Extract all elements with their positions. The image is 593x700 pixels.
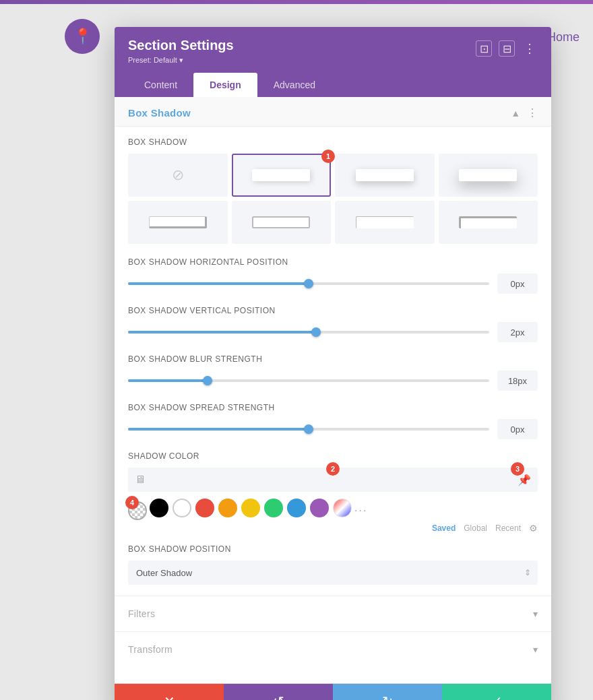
shadow-preset-1[interactable]: 1 bbox=[232, 154, 332, 197]
no-shadow-icon: ⊘ bbox=[172, 166, 184, 184]
box-shadow-section-header: Box Shadow ▲ ⋮ bbox=[115, 97, 551, 127]
top-purple-bar bbox=[0, 0, 593, 4]
slider-blur: Box Shadow Blur Strength 18px bbox=[128, 354, 538, 391]
redo-icon: ↻ bbox=[382, 693, 394, 701]
slider-spread-inner: 0px bbox=[128, 419, 538, 439]
slider-spread-value[interactable]: 0px bbox=[497, 419, 538, 439]
slider-blur-value[interactable]: 18px bbox=[497, 371, 538, 391]
slider-vertical-label: Box Shadow Vertical Position bbox=[128, 306, 538, 315]
shadow-color-label: Shadow Color bbox=[128, 451, 538, 461]
swatch-white[interactable] bbox=[173, 499, 191, 517]
modal-header-top: Section Settings Preset: Default ▾ ⊡ ⊟ ⋮ bbox=[128, 38, 538, 73]
swatch-black[interactable] bbox=[150, 499, 168, 517]
tab-content-label: Content bbox=[144, 79, 177, 90]
shadow-preset-border2[interactable] bbox=[232, 201, 332, 244]
transform-title: Transform bbox=[128, 644, 173, 655]
badge-3: 3 bbox=[511, 462, 524, 476]
box-shadow-title: Box Shadow bbox=[128, 107, 191, 119]
modal-header-icons: ⊡ ⊟ ⋮ bbox=[476, 40, 538, 57]
swatch-eraser[interactable] bbox=[333, 499, 352, 517]
shadow-preset-border4[interactable] bbox=[439, 201, 538, 244]
tab-design[interactable]: Design bbox=[193, 73, 257, 97]
slider-horizontal-thumb[interactable] bbox=[304, 279, 313, 288]
swatch-blue[interactable] bbox=[287, 499, 306, 517]
slider-vertical-track[interactable] bbox=[128, 331, 489, 333]
slider-vertical-value[interactable]: 2px bbox=[497, 322, 538, 342]
save-button[interactable]: ✓ bbox=[442, 684, 551, 700]
filters-section[interactable]: Filters ▾ bbox=[115, 596, 551, 631]
swatch-green[interactable] bbox=[264, 499, 283, 517]
preset-inner-border1 bbox=[149, 216, 207, 228]
color-tab-saved[interactable]: Saved bbox=[432, 523, 456, 533]
shadow-preset-border3[interactable] bbox=[335, 201, 435, 244]
preset-inner-1 bbox=[252, 169, 310, 181]
tab-design-label: Design bbox=[210, 79, 241, 90]
swatch-orange[interactable] bbox=[218, 499, 237, 517]
filters-header: Filters ▾ bbox=[128, 608, 538, 619]
section-more-icon[interactable]: ⋮ bbox=[527, 106, 538, 119]
redo-button[interactable]: ↻ bbox=[333, 684, 442, 700]
tab-content[interactable]: Content bbox=[128, 73, 193, 97]
more-options-icon[interactable]: ⋮ bbox=[522, 40, 538, 57]
transform-chevron-icon: ▾ bbox=[533, 644, 538, 655]
color-input-row[interactable]: 🖥 2 📌 3 bbox=[128, 468, 538, 492]
swatch-more-icon[interactable]: ··· bbox=[354, 505, 367, 517]
shadow-preset-2[interactable] bbox=[335, 154, 435, 197]
shadow-preset-3[interactable] bbox=[439, 154, 538, 197]
action-bar: ✕ ↺ ↻ ✓ bbox=[115, 683, 551, 700]
cancel-icon: ✕ bbox=[164, 693, 175, 701]
preset-inner-border2 bbox=[252, 216, 310, 228]
swatches-row: 4 ··· bbox=[128, 499, 538, 523]
cancel-button[interactable]: ✕ bbox=[115, 684, 224, 700]
save-icon: ✓ bbox=[491, 693, 503, 701]
shadow-position-label: Box Shadow Position bbox=[128, 544, 538, 554]
shadow-preset-none[interactable]: ⊘ bbox=[128, 154, 228, 197]
modal-body: Box Shadow ▲ ⋮ Box Shadow ⊘ 1 bbox=[115, 97, 551, 683]
color-swatches bbox=[150, 499, 352, 517]
modal-title: Section Settings bbox=[128, 38, 234, 53]
slider-spread-thumb[interactable] bbox=[304, 424, 313, 434]
slider-blur-inner: 18px bbox=[128, 371, 538, 391]
preset-inner-border3 bbox=[356, 216, 414, 228]
undo-icon: ↺ bbox=[273, 693, 284, 701]
slider-horizontal-track[interactable] bbox=[128, 282, 489, 285]
slider-vertical-inner: 2px bbox=[128, 322, 538, 342]
slider-spread-track[interactable] bbox=[128, 428, 489, 431]
section-content: Box Shadow ⊘ 1 bbox=[115, 127, 551, 596]
section-header-icons: ▲ ⋮ bbox=[511, 106, 538, 119]
badge-4: 4 bbox=[125, 496, 139, 509]
swatch-purple[interactable] bbox=[310, 499, 329, 517]
modal-preset[interactable]: Preset: Default ▾ bbox=[128, 55, 234, 65]
transform-section[interactable]: Transform ▾ bbox=[115, 631, 551, 667]
slider-vertical-thumb[interactable] bbox=[311, 327, 321, 337]
collapse-icon[interactable]: ▲ bbox=[511, 108, 520, 119]
logo-icon: 📍 bbox=[73, 28, 92, 45]
responsive-icon[interactable]: ⊡ bbox=[476, 40, 492, 57]
swatch-red[interactable] bbox=[195, 499, 214, 517]
swatch-yellow[interactable] bbox=[241, 499, 260, 517]
box-shadow-field-label: Box Shadow bbox=[128, 137, 538, 147]
color-tab-global[interactable]: Global bbox=[464, 523, 487, 533]
filters-chevron-icon: ▾ bbox=[533, 608, 538, 619]
monitor-icon: 🖥 bbox=[135, 474, 146, 486]
shadow-preset-border1[interactable] bbox=[128, 201, 228, 244]
shadow-position-select[interactable]: Outer Shadow Inner Shadow bbox=[128, 561, 538, 585]
slider-spread: Box Shadow Spread Strength 0px bbox=[128, 403, 538, 439]
slider-blur-track[interactable] bbox=[128, 379, 489, 382]
color-tab-recent[interactable]: Recent bbox=[495, 523, 521, 533]
color-settings-icon[interactable]: ⚙ bbox=[529, 523, 538, 534]
shadow-color-section: Shadow Color 🖥 2 📌 3 4 bbox=[128, 451, 538, 534]
layout-icon[interactable]: ⊟ bbox=[499, 40, 515, 57]
logo-circle: 📍 bbox=[65, 19, 100, 54]
tab-advanced[interactable]: Advanced bbox=[257, 73, 332, 97]
undo-button[interactable]: ↺ bbox=[224, 684, 333, 700]
tab-advanced-label: Advanced bbox=[274, 79, 315, 90]
slider-horizontal-value[interactable]: 0px bbox=[497, 274, 538, 294]
slider-blur-fill bbox=[128, 379, 208, 382]
section-settings-modal: Section Settings Preset: Default ▾ ⊡ ⊟ ⋮… bbox=[115, 27, 551, 700]
badge-4-wrapper: 4 bbox=[128, 501, 147, 520]
slider-vertical: Box Shadow Vertical Position 2px bbox=[128, 306, 538, 342]
home-link[interactable]: Home bbox=[547, 30, 580, 44]
modal-title-group: Section Settings Preset: Default ▾ bbox=[128, 38, 234, 65]
slider-blur-thumb[interactable] bbox=[203, 376, 212, 385]
